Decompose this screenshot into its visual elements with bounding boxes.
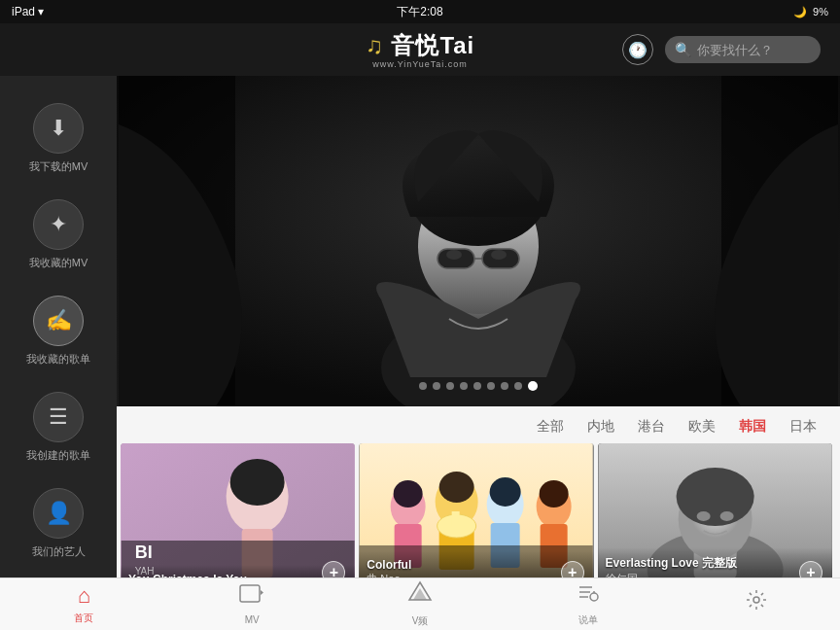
header-right: 🕐 🔍: [622, 34, 821, 65]
svg-point-11: [446, 250, 462, 260]
sidebar-label-artists: 我们的艺人: [32, 544, 86, 559]
svg-point-29: [490, 477, 521, 507]
hero-background: [117, 76, 840, 406]
svg-rect-34: [452, 511, 460, 527]
logo-text: ♫ 音悦Tai: [366, 30, 475, 61]
header: ♫ 音悦Tai www.YinYueTai.com 🕐 🔍: [0, 23, 840, 76]
svg-point-32: [540, 480, 569, 508]
sidebar-label-favorite-list: 我收藏的歌单: [26, 352, 90, 367]
history-button[interactable]: 🕐: [622, 34, 653, 65]
sidebar-item-artists[interactable]: 👤 我们的艺人: [0, 480, 117, 567]
logo-subtitle: www.YinYueTai.com: [366, 59, 475, 69]
tab-playlist[interactable]: 说单: [504, 581, 672, 627]
settings-icon: [745, 588, 768, 617]
svg-point-41: [696, 511, 710, 521]
app-container: ♫ 音悦Tai www.YinYueTai.com 🕐 🔍 ⬇ 我下载的MV ✦: [0, 23, 840, 630]
favorite-mv-icon: ✦: [33, 199, 84, 250]
tab-home-label: 首页: [74, 612, 93, 625]
battery-label: 9%: [813, 6, 828, 18]
filter-japanese[interactable]: 日本: [786, 416, 821, 438]
music-card-3[interactable]: Everlasting Love 完整版 徐仁国 +: [598, 443, 832, 594]
svg-point-42: [719, 511, 733, 521]
status-bar: iPad ▾ 下午2:08 🌙 9%: [0, 0, 840, 23]
filter-mainland[interactable]: 内地: [583, 416, 618, 438]
download-mv-icon: ⬇: [33, 103, 84, 154]
search-input[interactable]: [697, 43, 811, 57]
svg-rect-43: [240, 585, 260, 602]
svg-marker-44: [261, 590, 263, 595]
status-right: 🌙 9%: [793, 6, 828, 18]
hero-pagination: [419, 381, 538, 391]
tab-home[interactable]: ⌂ 首页: [0, 583, 168, 625]
svg-text:BI: BI: [135, 542, 153, 562]
tab-vpai-label: V频: [412, 614, 429, 628]
my-list-icon: ☰: [33, 392, 84, 442]
svg-point-26: [439, 472, 474, 503]
dot-2: [446, 382, 454, 390]
tab-mv[interactable]: MV: [168, 584, 336, 625]
filter-tabs: 全部 内地 港台 欧美 韩国 日本: [117, 406, 840, 443]
artists-icon: 👤: [33, 488, 84, 539]
sidebar-item-download-mv[interactable]: ⬇ 我下载的MV: [0, 95, 117, 182]
search-box[interactable]: 🔍: [665, 36, 821, 63]
sidebar-item-favorite-mv[interactable]: ✦ 我收藏的MV: [0, 192, 117, 278]
filter-korean[interactable]: 韩国: [735, 416, 770, 438]
card-3-title: Everlasting Love 完整版: [606, 555, 824, 572]
dot-6: [501, 382, 508, 390]
dot-3: [460, 382, 468, 390]
playlist-icon: [577, 581, 600, 611]
tab-vpai[interactable]: V频: [336, 580, 505, 628]
card-2-title: Colorful: [367, 558, 585, 572]
status-time: 下午2:08: [397, 4, 442, 20]
logo-music-icon: ♫: [366, 32, 384, 58]
sidebar-label-my-list: 我创建的歌单: [26, 448, 90, 463]
sidebar-item-favorite-list[interactable]: ✍ 我收藏的歌单: [0, 288, 117, 374]
tab-playlist-label: 说单: [578, 613, 598, 627]
hero-banner[interactable]: [117, 76, 840, 406]
body: ⬇ 我下载的MV ✦ 我收藏的MV ✍ 我收藏的歌单 ☰ 我创建的歌单 👤 我们…: [0, 76, 840, 630]
filter-hktw[interactable]: 港台: [634, 416, 669, 438]
app-logo: ♫ 音悦Tai www.YinYueTai.com: [366, 30, 475, 69]
dot-4: [473, 382, 481, 390]
svg-point-12: [491, 250, 507, 260]
main-content: 全部 内地 港台 欧美 韩国 日本: [117, 76, 840, 630]
mv-icon: [239, 584, 264, 612]
music-card-2[interactable]: Colorful 曲 Nee +: [359, 443, 593, 594]
svg-point-16: [230, 459, 285, 506]
dot-7: [514, 382, 522, 390]
favorite-list-icon: ✍: [33, 296, 84, 346]
device-label: iPad ▾: [12, 5, 44, 18]
svg-point-40: [676, 468, 753, 526]
search-icon: 🔍: [675, 42, 691, 57]
filter-western[interactable]: 欧美: [684, 416, 719, 438]
sidebar-label-favorite-mv: 我收藏的MV: [29, 256, 88, 270]
dot-1: [433, 382, 440, 390]
tab-bar: ⌂ 首页 MV V频 说单: [0, 578, 840, 630]
status-left: iPad ▾: [12, 5, 44, 18]
tab-mv-label: MV: [245, 614, 260, 625]
svg-point-52: [753, 597, 759, 603]
svg-point-50: [590, 593, 598, 601]
sidebar-label-download-mv: 我下载的MV: [29, 159, 88, 174]
dot-5: [487, 382, 495, 390]
home-icon: ⌂: [78, 583, 90, 609]
sidebar-item-my-list[interactable]: ☰ 我创建的歌单: [0, 384, 117, 471]
tab-settings[interactable]: [672, 588, 840, 620]
filter-all[interactable]: 全部: [533, 416, 568, 438]
vpai-icon: [407, 580, 433, 612]
music-card-1[interactable]: BI YAH You Christmas Is You +: [121, 443, 355, 594]
moon-icon: 🌙: [793, 6, 807, 18]
sidebar: ⬇ 我下载的MV ✦ 我收藏的MV ✍ 我收藏的歌单 ☰ 我创建的歌单 👤 我们…: [0, 76, 117, 630]
svg-point-23: [394, 480, 423, 508]
hero-artwork: [117, 76, 840, 406]
dot-8: [528, 381, 538, 391]
clock-icon: 🕐: [628, 41, 648, 59]
dot-0: [419, 382, 427, 390]
